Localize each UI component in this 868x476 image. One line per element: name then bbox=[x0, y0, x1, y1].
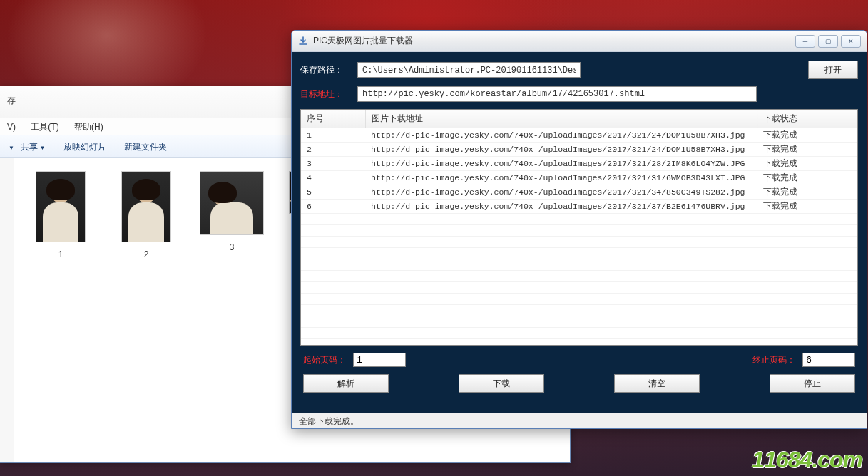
cell-url: http://d-pic-image.yesky.com/740x-/uploa… bbox=[365, 200, 757, 214]
explorer-header-label: 存 bbox=[7, 95, 16, 105]
table-row-empty bbox=[301, 339, 857, 346]
menu-tools[interactable]: 工具(T) bbox=[31, 122, 58, 132]
page-row: 起始页码： 终止页码： bbox=[300, 346, 858, 374]
thumb-image-1 bbox=[36, 171, 86, 242]
col-status[interactable]: 下载状态 bbox=[757, 110, 857, 128]
table-row-empty bbox=[301, 294, 857, 305]
table-row-empty bbox=[301, 225, 857, 237]
download-icon bbox=[297, 36, 309, 47]
target-url-row: 目标地址： bbox=[300, 86, 858, 102]
menu-help[interactable]: 帮助(H) bbox=[74, 122, 103, 132]
table-row[interactable]: 5http://d-pic-image.yesky.com/740x-/uplo… bbox=[301, 185, 857, 200]
table-row-empty bbox=[301, 214, 857, 225]
toolbar-newfolder[interactable]: 新建文件夹 bbox=[124, 142, 167, 152]
cell-status: 下载完成 bbox=[757, 171, 857, 185]
col-url[interactable]: 图片下载地址 bbox=[365, 110, 757, 128]
cell-url: http://d-pic-image.yesky.com/740x-/uploa… bbox=[365, 128, 757, 143]
table-row-empty bbox=[301, 328, 857, 339]
cell-status: 下载完成 bbox=[757, 185, 857, 200]
app-window: PIC天极网图片批量下载器 ─ ▢ ✕ 保存路径： 打开 目标地址： 序号 图片… bbox=[291, 30, 867, 429]
stop-button[interactable]: 停止 bbox=[770, 374, 855, 393]
toolbar-slideshow[interactable]: 放映幻灯片 bbox=[63, 142, 106, 152]
cell-url: http://d-pic-image.yesky.com/740x-/uploa… bbox=[365, 185, 757, 200]
page-end-input[interactable] bbox=[802, 353, 855, 367]
save-path-input[interactable] bbox=[357, 62, 581, 78]
toolbar-organize-dd[interactable] bbox=[9, 142, 14, 152]
thumb-label: 1 bbox=[29, 249, 93, 259]
cell-status: 下载完成 bbox=[757, 143, 857, 157]
action-buttons: 解析 下载 清空 停止 bbox=[300, 374, 858, 397]
menu-view[interactable]: V) bbox=[7, 122, 16, 132]
open-button[interactable]: 打开 bbox=[808, 61, 858, 79]
thumb-label: 3 bbox=[200, 242, 264, 252]
table-row[interactable]: 2http://d-pic-image.yesky.com/740x-/uplo… bbox=[301, 143, 857, 157]
cell-idx: 3 bbox=[301, 157, 365, 171]
table-row[interactable]: 4http://d-pic-image.yesky.com/740x-/uplo… bbox=[301, 171, 857, 185]
close-button[interactable]: ✕ bbox=[841, 35, 861, 48]
thumb-image-3 bbox=[200, 171, 264, 235]
save-path-label: 保存路径： bbox=[300, 64, 350, 76]
cell-idx: 1 bbox=[301, 128, 365, 143]
cell-idx: 2 bbox=[301, 143, 365, 157]
app-title: PIC天极网图片批量下载器 bbox=[313, 35, 795, 47]
table-row[interactable]: 3http://d-pic-image.yesky.com/740x-/uplo… bbox=[301, 157, 857, 171]
cell-status: 下载完成 bbox=[757, 128, 857, 143]
page-start-input[interactable] bbox=[353, 353, 406, 367]
table-row-empty bbox=[301, 316, 857, 328]
cell-idx: 4 bbox=[301, 171, 365, 185]
table-row-empty bbox=[301, 305, 857, 316]
grid-header-row: 序号 图片下载地址 下载状态 bbox=[301, 110, 857, 128]
download-grid[interactable]: 序号 图片下载地址 下载状态 1http://d-pic-image.yesky… bbox=[300, 109, 858, 346]
page-end-label: 终止页码： bbox=[752, 354, 795, 366]
minimize-button[interactable]: ─ bbox=[795, 35, 815, 48]
table-row-empty bbox=[301, 271, 857, 282]
app-body: 保存路径： 打开 目标地址： 序号 图片下载地址 下载状态 1http://d-… bbox=[292, 52, 867, 413]
thumb-3[interactable]: 3 bbox=[200, 171, 264, 252]
target-url-label: 目标地址： bbox=[300, 88, 350, 100]
maximize-button[interactable]: ▢ bbox=[818, 35, 838, 48]
cell-url: http://d-pic-image.yesky.com/740x-/uploa… bbox=[365, 143, 757, 157]
thumb-2[interactable]: 2 bbox=[114, 171, 178, 259]
statusbar: 全部下载完成。 bbox=[292, 413, 867, 428]
page-start-label: 起始页码： bbox=[303, 354, 346, 366]
thumb-label: 2 bbox=[114, 249, 178, 259]
cell-status: 下载完成 bbox=[757, 200, 857, 214]
cell-idx: 5 bbox=[301, 185, 365, 200]
table-row[interactable]: 6http://d-pic-image.yesky.com/740x-/uplo… bbox=[301, 200, 857, 214]
table-row[interactable]: 1http://d-pic-image.yesky.com/740x-/uplo… bbox=[301, 128, 857, 143]
table-row-empty bbox=[301, 282, 857, 294]
download-button[interactable]: 下载 bbox=[459, 374, 544, 393]
thumb-1[interactable]: 1 bbox=[29, 171, 93, 259]
table-row-empty bbox=[301, 259, 857, 271]
table-row-empty bbox=[301, 248, 857, 259]
titlebar[interactable]: PIC天极网图片批量下载器 ─ ▢ ✕ bbox=[292, 31, 867, 52]
col-index[interactable]: 序号 bbox=[301, 110, 365, 128]
target-url-input[interactable] bbox=[357, 86, 757, 102]
thumb-image-2 bbox=[121, 171, 171, 242]
watermark: 11684.com bbox=[752, 447, 862, 473]
cell-url: http://d-pic-image.yesky.com/740x-/uploa… bbox=[365, 171, 757, 185]
cell-status: 下载完成 bbox=[757, 157, 857, 171]
status-text: 全部下载完成。 bbox=[299, 416, 359, 426]
save-path-row: 保存路径： 打开 bbox=[300, 61, 858, 79]
explorer-sidebar bbox=[0, 158, 14, 462]
toolbar-share[interactable]: 共享 bbox=[21, 142, 45, 152]
table-row-empty bbox=[301, 237, 857, 248]
clear-button[interactable]: 清空 bbox=[614, 374, 700, 393]
parse-button[interactable]: 解析 bbox=[303, 374, 389, 393]
cell-url: http://d-pic-image.yesky.com/740x-/uploa… bbox=[365, 157, 757, 171]
cell-idx: 6 bbox=[301, 200, 365, 214]
